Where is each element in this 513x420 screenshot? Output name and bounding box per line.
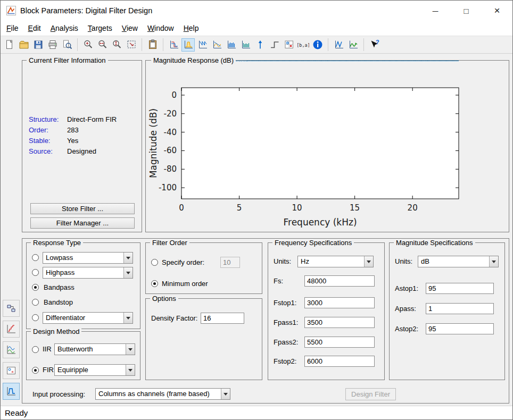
phase-response-button[interactable] <box>196 38 209 52</box>
step-response-button[interactable] <box>268 38 281 52</box>
mag-units-label: Units: <box>395 257 412 265</box>
filter-order-group: Filter Order Specify order: Minimum orde… <box>145 242 262 294</box>
overlay-analysis-button[interactable] <box>332 38 345 52</box>
minimum-order-label[interactable]: Minimum order <box>162 280 208 288</box>
minimize-button[interactable]: ─ <box>420 1 451 21</box>
freq-units-value: Hz <box>301 256 309 267</box>
apass-input[interactable] <box>426 303 494 314</box>
round-off-noise-button[interactable] <box>346 38 360 52</box>
fpass2-input[interactable] <box>304 337 375 348</box>
freq-units-combo[interactable]: Hz <box>297 256 374 267</box>
differentiator-combo-value: Differentiator <box>46 313 85 323</box>
svg-text:10: 10 <box>292 203 302 213</box>
svg-text:5: 5 <box>237 203 242 213</box>
magnitude-specifications-title: Magnitude Specifications <box>394 239 475 247</box>
svg-text:Frequency (kHz): Frequency (kHz) <box>283 217 357 228</box>
chevron-down-icon[interactable] <box>364 256 373 267</box>
highpass-radio[interactable] <box>32 269 39 276</box>
differentiator-variant-combo[interactable]: Differentiator <box>43 312 133 324</box>
set-quantization-parameters-button[interactable] <box>3 321 20 338</box>
fs-input[interactable] <box>304 275 375 287</box>
pole-zero-editor-button[interactable] <box>3 362 20 379</box>
magnitude-response-title: Magnitude Response (dB) <box>151 56 236 64</box>
apass-label: Apass: <box>395 305 416 313</box>
chevron-down-icon[interactable] <box>221 389 230 399</box>
chevron-down-icon[interactable] <box>123 267 133 278</box>
realize-model-button[interactable] <box>3 300 20 317</box>
close-button[interactable]: × <box>482 1 512 21</box>
highpass-variant-combo[interactable]: Highpass <box>43 267 133 279</box>
input-processing-combo[interactable]: Columns as channels (frame based) <box>95 388 230 400</box>
print-button[interactable] <box>46 38 59 52</box>
chevron-down-icon[interactable] <box>126 365 135 375</box>
menu-help[interactable]: Help <box>179 22 204 34</box>
density-factor-input[interactable] <box>201 313 244 324</box>
store-filter-button[interactable]: Store Filter ... <box>30 203 135 214</box>
save-button[interactable] <box>31 38 45 52</box>
mag-units-combo[interactable]: dB <box>418 256 499 267</box>
minimum-order-radio[interactable] <box>151 280 158 287</box>
structure-value: Direct-Form FIR <box>67 115 117 123</box>
current-filter-information-group: Current Filter Information Structure: Di… <box>22 60 142 232</box>
zoom-x-button[interactable] <box>96 38 109 52</box>
chevron-down-icon[interactable] <box>489 256 498 267</box>
design-filter-button: Design Filter <box>345 388 396 400</box>
print-to-figure-button[interactable] <box>146 38 159 52</box>
astop1-input[interactable] <box>426 283 494 294</box>
magnitude-and-phase-button[interactable] <box>210 38 224 52</box>
lowpass-variant-combo[interactable]: Lowpass <box>43 252 133 264</box>
filter-manager-button[interactable]: Filter Manager ... <box>30 217 135 229</box>
lowpass-radio[interactable] <box>32 254 39 261</box>
zoom-y-button[interactable] <box>110 38 123 52</box>
filter-coefficients-button[interactable]: [b,a] <box>296 38 310 52</box>
specify-order-label[interactable]: Specify order: <box>162 258 204 266</box>
iir-radio[interactable] <box>32 346 39 353</box>
fir-radio[interactable] <box>32 367 39 374</box>
chevron-down-icon[interactable] <box>123 313 133 323</box>
pole-zero-plot-button[interactable] <box>282 38 295 52</box>
fstop1-input[interactable] <box>304 297 375 308</box>
iir-combo-value: Butterworth <box>57 344 93 355</box>
context-help-button[interactable]: ? <box>368 38 381 52</box>
bandpass-label[interactable]: Bandpass <box>44 283 75 291</box>
design-filter-panel-button[interactable] <box>3 383 20 400</box>
menu-edit[interactable]: Edit <box>23 22 46 34</box>
bandstop-radio[interactable] <box>32 299 39 306</box>
svg-text:-100: -100 <box>159 183 177 192</box>
phase-delay-button[interactable] <box>239 38 252 52</box>
iir-label[interactable]: IIR <box>43 345 52 353</box>
fpass1-input[interactable] <box>304 317 375 328</box>
menu-window[interactable]: Window <box>143 22 179 34</box>
svg-text:-20: -20 <box>164 109 177 119</box>
fir-method-combo[interactable]: Equiripple <box>54 364 135 376</box>
transform-filter-button[interactable] <box>3 341 20 358</box>
magnitude-response-button[interactable] <box>181 38 195 52</box>
menu-targets[interactable]: Targets <box>83 22 117 34</box>
iir-method-combo[interactable]: Butterworth <box>54 343 135 355</box>
stable-value: Yes <box>67 137 78 145</box>
svg-text:[b,a]: [b,a] <box>297 43 309 48</box>
maximize-button[interactable]: □ <box>451 1 482 21</box>
zoom-in-button[interactable] <box>81 38 95 52</box>
svg-text:20: 20 <box>408 203 418 213</box>
astop2-input[interactable] <box>426 323 494 334</box>
menu-analysis[interactable]: Analysis <box>46 22 83 34</box>
chevron-down-icon[interactable] <box>126 344 135 355</box>
toolbar-separator <box>77 38 78 51</box>
toolbar-separator <box>142 38 142 51</box>
full-view-button[interactable] <box>125 38 138 52</box>
bandstop-label[interactable]: Bandstop <box>44 298 73 306</box>
print-preview-button[interactable] <box>60 38 73 52</box>
impulse-response-button[interactable] <box>253 38 267 52</box>
chevron-down-icon[interactable] <box>123 253 133 263</box>
menu-view[interactable]: View <box>117 22 143 34</box>
filter-specifications-button[interactable] <box>167 38 180 52</box>
group-delay-button[interactable] <box>225 38 238 52</box>
fir-label[interactable]: FIR <box>43 366 54 374</box>
bandpass-radio[interactable] <box>32 284 39 291</box>
fir-combo-value: Equiripple <box>57 365 88 375</box>
filter-information-button[interactable] <box>311 38 324 52</box>
specify-order-radio[interactable] <box>151 259 158 266</box>
differentiator-radio[interactable] <box>32 314 39 321</box>
fstop2-input[interactable] <box>304 356 375 367</box>
